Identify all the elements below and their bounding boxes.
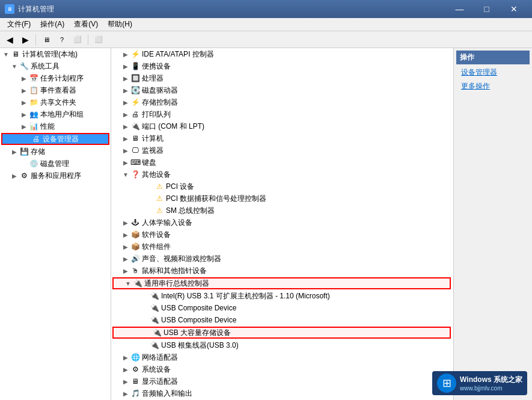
intelusb-label: Intel(R) USB 3.1 可扩展主机控制器 - 1.10 (Micros… xyxy=(161,291,330,301)
watermark-url: www.bjjmlv.com xyxy=(460,385,522,392)
action-device-manager[interactable]: 设备管理器 xyxy=(456,66,530,79)
perf-icon: 📊 xyxy=(29,122,38,131)
tree-pcidev[interactable]: ⚠ PCI 设备 xyxy=(111,180,453,192)
pcidata-label: PCI 数据捕获和信号处理控制器 xyxy=(166,194,266,204)
action-more[interactable]: 更多操作 xyxy=(456,79,530,93)
minimize-button[interactable]: — xyxy=(446,0,473,18)
tree-softdev[interactable]: ▶ 📦 软件设备 xyxy=(111,229,453,241)
mouse-label: 鼠标和其他指针设备 xyxy=(142,266,207,276)
tree-usbhub[interactable]: 🔌 USB 根集线器(USB 3.0) xyxy=(111,339,453,351)
expand-disk xyxy=(19,159,29,168)
tree-audiovideo[interactable]: ▶ 🔊 声音、视频和游戏控制器 xyxy=(111,253,453,265)
tree-mouse[interactable]: ▶ 🖱 鼠标和其他指针设备 xyxy=(111,265,453,277)
tree-monitor[interactable]: ▶ 🖵 监视器 xyxy=(111,144,453,156)
center-panel: ▶ ⚡ IDE ATA/ATAPI 控制器 ▶ 📱 便携设备 ▶ 🔲 处理器 ▶… xyxy=(111,48,454,400)
toolbar-icon-2[interactable]: ? xyxy=(55,33,69,46)
window-title: 计算机管理 xyxy=(18,4,446,14)
right-panel: 操作 设备管理器 更多操作 xyxy=(454,48,532,400)
toolbar-icon-1[interactable]: 🖥 xyxy=(39,33,54,46)
menu-help[interactable]: 帮助(H) xyxy=(103,18,137,31)
tree-smbus[interactable]: ⚠ SM 总线控制器 xyxy=(111,205,453,217)
portable-label: 便携设备 xyxy=(142,61,171,72)
computer-label: 计算机管理(本地) xyxy=(22,49,78,60)
tree-services[interactable]: ▶ ⚙ 服务和应用程序 xyxy=(0,170,111,182)
services-icon: ⚙ xyxy=(19,171,29,180)
event-icon: 📋 xyxy=(29,85,38,95)
tree-computer[interactable]: ▼ 🖥 计算机管理(本地) xyxy=(0,48,111,60)
tree-sysdev[interactable]: ▶ ⚙ 系统设备 xyxy=(111,363,453,375)
tree-sharedfolders[interactable]: ▶ 📁 共享文件夹 xyxy=(0,96,111,108)
tree-audioinput[interactable]: ▶ 🎵 音频输入和输出 xyxy=(111,387,453,399)
maximize-button[interactable]: □ xyxy=(473,0,500,18)
storagectrl-label: 存储控制器 xyxy=(142,97,178,108)
sysdev-label: 系统设备 xyxy=(142,365,171,375)
tree-systools[interactable]: ▼ 🔧 系统工具 xyxy=(0,60,111,72)
devmgr-label: 设备管理器 xyxy=(43,134,79,144)
systools-icon: 🔧 xyxy=(19,61,29,71)
toolbar-separator-2 xyxy=(88,34,88,45)
usbcomposite1-label: USB Composite Device xyxy=(161,304,236,312)
tree-intelusb[interactable]: 🔌 Intel(R) USB 3.1 可扩展主机控制器 - 1.10 (Micr… xyxy=(111,290,453,302)
otherdev-label: 其他设备 xyxy=(142,170,171,180)
menu-view[interactable]: 查看(V) xyxy=(69,18,103,31)
storage-icon: 💾 xyxy=(19,147,29,156)
toolbar-separator-1 xyxy=(35,34,36,45)
tree-printqueue[interactable]: ▶ 🖨 打印队列 xyxy=(111,108,453,120)
tree-processor[interactable]: ▶ 🔲 处理器 xyxy=(111,72,453,84)
tree-pcidata[interactable]: ⚠ PCI 数据捕获和信号处理控制器 xyxy=(111,192,453,205)
humaninput-label: 人体学输入设备 xyxy=(142,218,192,228)
tree-storage[interactable]: ▶ 💾 存储 xyxy=(0,146,111,158)
comlpt-label: 端口 (COM 和 LPT) xyxy=(142,122,204,132)
audiovideo-label: 声音、视频和游戏控制器 xyxy=(142,254,221,264)
diskdrive-label: 磁盘驱动器 xyxy=(142,85,178,96)
tree-localusers[interactable]: ▶ 👥 本地用户和组 xyxy=(0,108,111,120)
tree-usbcomposite1[interactable]: 🔌 USB Composite Device xyxy=(111,302,453,314)
toolbar-icon-4[interactable]: ⬜ xyxy=(91,33,106,46)
tree-comlpt[interactable]: ▶ 🔌 端口 (COM 和 LPT) xyxy=(111,120,453,132)
tree-netadapter[interactable]: ▶ 🌐 网络适配器 xyxy=(111,351,453,363)
tree-ide[interactable]: ▶ ⚡ IDE ATA/ATAPI 控制器 xyxy=(111,48,453,60)
toolbar-icon-3[interactable]: ⬜ xyxy=(70,33,85,46)
computer-icon: 🖥 xyxy=(11,49,20,59)
tree-usbcomposite2[interactable]: 🔌 USB Composite Device xyxy=(111,314,453,326)
expand-services: ▶ xyxy=(10,171,19,180)
processor-label: 处理器 xyxy=(142,73,164,84)
expand-computer: ▼ xyxy=(1,49,11,59)
perf-label: 性能 xyxy=(40,122,55,132)
tree-diskdrive[interactable]: ▶ 💽 磁盘驱动器 xyxy=(111,84,453,96)
systools-label: 系统工具 xyxy=(31,61,60,72)
left-panel: ▼ 🖥 计算机管理(本地) ▼ 🔧 系统工具 ▶ 📅 任务计划程序 ▶ 📋 事件… xyxy=(0,48,111,400)
main-container: ▼ 🖥 计算机管理(本地) ▼ 🔧 系统工具 ▶ 📅 任务计划程序 ▶ 📋 事件… xyxy=(0,48,532,400)
forward-button[interactable]: ▶ xyxy=(18,33,32,46)
menu-file[interactable]: 文件(F) xyxy=(2,18,35,31)
tree-usbmass[interactable]: 🔌 USB 大容量存储设备 xyxy=(112,327,451,339)
disk-icon: 💿 xyxy=(29,159,38,168)
tree-otherdev[interactable]: ▼ ❓ 其他设备 xyxy=(111,168,453,180)
tree-performance[interactable]: ▶ 📊 性能 xyxy=(0,120,111,132)
devmgr-icon: 🖨 xyxy=(31,134,41,144)
back-button[interactable]: ◀ xyxy=(2,33,17,46)
menu-action[interactable]: 操作(A) xyxy=(35,18,69,31)
tree-eventviewer[interactable]: ▶ 📋 事件查看器 xyxy=(0,84,111,96)
close-button[interactable]: ✕ xyxy=(500,0,527,18)
tree-softcomp[interactable]: ▶ 📦 软件组件 xyxy=(111,241,453,253)
tree-usbctrl[interactable]: ▼ 🔌 通用串行总线控制器 xyxy=(112,277,451,289)
shared-label: 共享文件夹 xyxy=(40,97,76,108)
tree-computer2[interactable]: ▶ 🖥 计算机 xyxy=(111,132,453,144)
tree-displayadapter[interactable]: ▶ 🖥 显示适配器 xyxy=(111,375,453,387)
task-icon: 📅 xyxy=(29,73,38,83)
watermark-text: Windows 系统之家 xyxy=(460,375,522,385)
tree-humaninput[interactable]: ▶ 🕹 人体学输入设备 xyxy=(111,217,453,229)
title-bar: 🖥 计算机管理 — □ ✕ xyxy=(0,0,532,18)
audioinput-label: 音频输入和输出 xyxy=(142,389,192,399)
localusers-icon: 👥 xyxy=(29,109,38,119)
softcomp-label: 软件组件 xyxy=(142,242,171,252)
tree-devicemanager[interactable]: 🖨 设备管理器 xyxy=(1,133,109,145)
storage-label: 存储 xyxy=(31,147,45,157)
tree-diskmgmt[interactable]: 💿 磁盘管理 xyxy=(0,158,111,170)
tree-taskscheduler[interactable]: ▶ 📅 任务计划程序 xyxy=(0,72,111,84)
expand-storage: ▶ xyxy=(10,147,19,156)
tree-portable[interactable]: ▶ 📱 便携设备 xyxy=(111,60,453,72)
tree-storagectrl[interactable]: ▶ ⚡ 存储控制器 xyxy=(111,96,453,108)
tree-keyboard[interactable]: ▶ ⌨ 键盘 xyxy=(111,156,453,168)
